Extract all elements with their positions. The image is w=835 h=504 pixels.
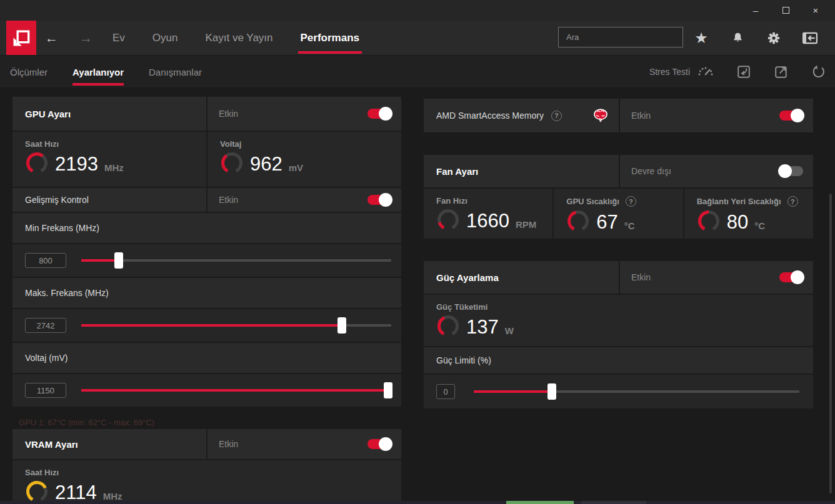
vram-clock-metric: Saat Hızı 2114 MHz [12, 460, 401, 504]
power-limit-label: Güç Limiti (%) [424, 347, 813, 373]
search-box[interactable] [558, 27, 683, 47]
notifications-button[interactable] [730, 31, 745, 46]
search-input[interactable] [559, 32, 681, 42]
gpu-voltage-gauge [220, 151, 244, 175]
min-frequency-slider-handle[interactable] [114, 252, 123, 269]
vertical-scrollbar[interactable] [829, 194, 832, 493]
gpu-temp-gauge [566, 209, 590, 233]
minimize-button[interactable]: – [749, 5, 762, 16]
close-button[interactable]: × [809, 5, 822, 16]
titlebar[interactable]: – × [0, 0, 835, 21]
fan-speed-label: Fan Hızı [436, 196, 552, 205]
brain-icon [591, 108, 610, 124]
vram-tuning-header: VRAM Ayarı Etkin [12, 429, 401, 459]
gpu-temp-help-icon[interactable]: ? [626, 196, 636, 207]
fan-speed-metric: Fan Hızı 1660 RPM [424, 189, 552, 239]
bell-icon [731, 31, 744, 44]
tab-kayit-ve-yayin[interactable]: Kayıt ve Yayın [205, 21, 272, 55]
amd-arrow-icon [9, 26, 34, 51]
amd-adrenalin-window: – × ← → Ev Oyun Kayıt ve Yayın Performan… [0, 0, 835, 504]
power-tuning-toggle[interactable] [779, 272, 803, 282]
power-consumption-label: Güç Tüketimi [436, 302, 813, 312]
vram-clock-gauge [25, 480, 49, 503]
power-limit-slider-handle[interactable] [548, 383, 556, 400]
advanced-control-row: Gelişmiş Kontrol Etkin [12, 188, 401, 212]
advanced-control-status: Etkin [219, 195, 238, 205]
min-frequency-slider[interactable] [81, 259, 391, 262]
gpu-tuning-status: Etkin [219, 109, 238, 119]
load-profile-button[interactable] [736, 64, 751, 79]
vram-clock-label: Saat Hızı [25, 468, 401, 477]
gpu-tuning-toggle[interactable] [368, 109, 391, 119]
gpu-temp-label: GPU Sıcaklığı [566, 197, 619, 206]
max-frequency-slider-row [12, 309, 401, 342]
vram-tuning-toggle[interactable] [368, 439, 391, 449]
tab-ev[interactable]: Ev [112, 21, 125, 55]
power-consumption-gauge [436, 314, 460, 338]
junction-temp-help-icon[interactable]: ? [788, 196, 798, 207]
forward-arrow-icon[interactable]: → [79, 31, 92, 46]
tuning-panel-right: AMD SmartAccess Memory ? Etkin F [424, 99, 813, 410]
max-frequency-input[interactable] [25, 318, 66, 333]
tab-oyun[interactable]: Oyun [152, 21, 178, 55]
sam-help-icon[interactable]: ? [551, 111, 562, 121]
export-profile-icon [774, 65, 788, 79]
amd-logo[interactable] [6, 21, 36, 55]
speedometer-icon [698, 65, 714, 79]
import-profile-icon [737, 65, 751, 79]
tab-performans[interactable]: Performans [301, 21, 359, 55]
tab-danismanlar[interactable]: Danışmanlar [149, 56, 202, 88]
main-navbar: ← → Ev Oyun Kayıt ve Yayın Performans ★ [0, 21, 835, 55]
back-arrow-icon[interactable]: ← [45, 31, 58, 46]
min-frequency-input[interactable] [25, 253, 66, 268]
power-consumption-value: 137 [466, 317, 499, 338]
favorites-button[interactable]: ★ [694, 31, 709, 46]
junction-temp-unit: °C [754, 220, 765, 233]
reset-button[interactable] [811, 64, 826, 79]
gpu-clock-gauge [25, 151, 49, 175]
power-tuning-header: Güç Ayarlama Etkin [424, 261, 813, 294]
max-frequency-slider-handle[interactable] [338, 317, 346, 334]
max-frequency-label: Maks. Frekans (MHz) [12, 278, 401, 308]
voltage-slider[interactable] [81, 389, 391, 392]
fan-tuning-header: Fan Ayarı Devre dışı [424, 155, 813, 187]
gpu-clock-metric: Saat Hızı 2193 MHz [12, 132, 206, 187]
junction-temp-gauge [697, 209, 721, 233]
sam-toggle[interactable] [779, 111, 803, 121]
maximize-button[interactable] [779, 5, 792, 16]
power-limit-input[interactable] [436, 384, 455, 399]
max-frequency-slider[interactable] [81, 324, 391, 327]
gpu-clock-value: 2193 [55, 154, 98, 175]
junction-temp-metric: Bağlantı Yeri Sıcaklığı ? 80 °C [684, 189, 813, 239]
vram-clock-value: 2114 [55, 482, 97, 503]
collapse-panel-button[interactable] [802, 31, 818, 46]
reset-icon [812, 65, 826, 79]
tab-olcumler[interactable]: Ölçümler [10, 56, 48, 88]
voltage-input[interactable] [25, 383, 66, 398]
stress-test-button[interactable]: Stres Testi [649, 65, 714, 79]
smart-access-memory-row: AMD SmartAccess Memory ? Etkin [424, 99, 813, 132]
fan-tuning-toggle[interactable] [779, 166, 803, 176]
power-limit-slider[interactable] [474, 390, 799, 393]
settings-button[interactable] [766, 31, 781, 46]
panel-collapse-icon [802, 32, 818, 44]
share-profile-button[interactable] [774, 64, 789, 79]
vram-tuning-status: Etkin [219, 439, 238, 449]
gpu-clock-label: Saat Hızı [25, 139, 206, 149]
gpu-voltage-unit: mV [289, 162, 303, 175]
star-icon: ★ [694, 31, 708, 46]
gear-icon [767, 31, 781, 45]
power-limit-slider-row [424, 375, 813, 408]
advanced-control-toggle[interactable] [368, 195, 391, 205]
junction-temp-value: 80 [727, 212, 748, 233]
sam-label: AMD SmartAccess Memory [436, 111, 544, 121]
gpu-temp-metric: GPU Sıcaklığı ? 67 °C [554, 189, 682, 239]
tuning-panel-left: GPU Ayarı Etkin Saat Hızı 2193 MHz Volta… [12, 97, 401, 504]
voltage-slider-handle[interactable] [384, 382, 392, 398]
tab-ayarlaniyor[interactable]: Ayarlanıyor [72, 56, 124, 88]
min-frequency-slider-row [12, 244, 401, 277]
power-tuning-title: Güç Ayarlama [424, 261, 619, 294]
fan-speed-value: 1660 [466, 210, 509, 232]
fan-tuning-title: Fan Ayarı [424, 155, 619, 187]
power-consumption-metric: Güç Tüketimi 137 W [424, 295, 813, 346]
